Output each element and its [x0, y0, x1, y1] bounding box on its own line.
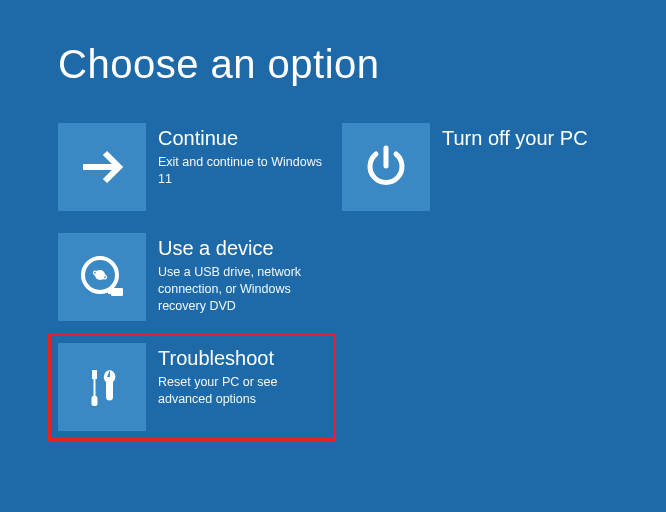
option-continue-label: Continue	[158, 127, 326, 150]
option-troubleshoot-desc: Reset your PC or see advanced options	[158, 374, 327, 408]
disc-usb-icon	[75, 250, 129, 304]
page-title: Choose an option	[58, 42, 608, 87]
tools-icon	[77, 362, 127, 412]
option-troubleshoot-label: Troubleshoot	[158, 347, 327, 370]
option-turnoff-label: Turn off your PC	[442, 127, 610, 150]
svg-rect-7	[94, 379, 96, 396]
troubleshoot-tile	[58, 343, 146, 431]
option-continue[interactable]: Continue Exit and continue to Windows 11	[58, 123, 326, 211]
option-troubleshoot[interactable]: Troubleshoot Reset your PC or see advanc…	[48, 333, 336, 441]
option-continue-desc: Exit and continue to Windows 11	[158, 154, 326, 188]
device-tile	[58, 233, 146, 321]
option-use-device-desc: Use a USB drive, network connection, or …	[158, 264, 326, 315]
svg-rect-6	[92, 370, 97, 379]
option-use-device-label: Use a device	[158, 237, 326, 260]
option-turnoff[interactable]: Turn off your PC	[342, 123, 610, 211]
arrow-right-icon	[77, 142, 127, 192]
turnoff-tile	[342, 123, 430, 211]
option-use-device[interactable]: Use a device Use a USB drive, network co…	[58, 233, 326, 321]
svg-rect-8	[92, 396, 98, 406]
options-grid: Continue Exit and continue to Windows 11…	[58, 123, 618, 431]
svg-rect-5	[108, 290, 111, 294]
continue-tile	[58, 123, 146, 211]
power-icon	[361, 142, 411, 192]
svg-rect-4	[111, 288, 123, 296]
